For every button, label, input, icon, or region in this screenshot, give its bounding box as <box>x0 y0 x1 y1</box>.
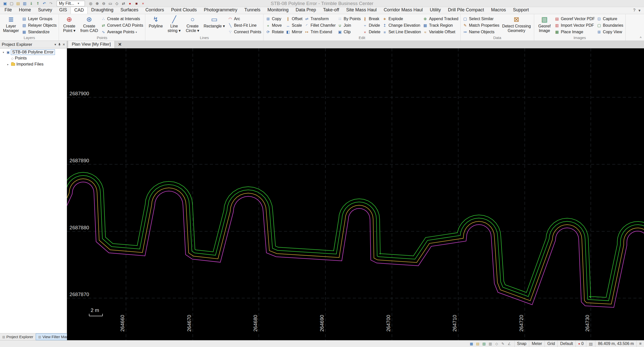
name-objects-button[interactable]: ≔Name Objects <box>463 29 499 35</box>
relayer-objects-button[interactable]: ▧Relayer Objects <box>22 22 57 28</box>
place-image-button[interactable]: ▦Place Image <box>555 29 595 35</box>
menu-tab-home[interactable]: Home <box>15 7 35 14</box>
best-fit-line-button[interactable]: ╲Best-Fit Line <box>228 22 261 28</box>
menu-tab-support[interactable]: Support <box>510 7 532 14</box>
help-icon[interactable]: ? <box>633 8 635 13</box>
match-properties-button[interactable]: ✎Match Properties <box>463 22 499 28</box>
angle-snap-icon[interactable]: ∠ <box>506 342 512 346</box>
import-vector-pdf-button[interactable]: ▥Import Vector PDF <box>555 22 595 28</box>
zoom-out-icon[interactable]: ⊖ <box>101 1 107 6</box>
select-icon[interactable]: ◇ <box>114 1 120 6</box>
join-button[interactable]: ∪Join <box>337 22 361 28</box>
convert-cad-points-button[interactable]: ⇄Convert CAD Points <box>101 22 143 28</box>
by-points-button[interactable]: ∷By Points <box>337 16 361 22</box>
layers-status-icon[interactable]: ▤ <box>475 342 481 346</box>
offset-button[interactable]: ∥Offset <box>286 16 302 22</box>
status-toggle-snap[interactable]: Snap <box>514 340 529 347</box>
copy-view-button[interactable]: ⊞Copy View <box>597 29 623 35</box>
trim-extend-button[interactable]: ↦Trim Extend <box>304 29 336 35</box>
tree-item-project[interactable]: ▾▣STB-08 Polyline Error <box>0 49 67 55</box>
track-region-button[interactable]: ▦Track Region <box>423 22 458 28</box>
undo-icon[interactable]: ↶ <box>41 1 47 6</box>
tree-expander-icon[interactable]: ▸ <box>6 63 10 66</box>
menu-tab-site-mass-haul[interactable]: Site Mass Haul <box>343 7 380 14</box>
open-project-icon[interactable]: ▤ <box>15 1 21 6</box>
georef-image-button[interactable]: ▧Georef Image <box>536 15 553 36</box>
status-toggle-grid[interactable]: Grid <box>545 340 557 347</box>
close-view-icon[interactable]: ✕ <box>117 42 123 47</box>
menu-tab-drill-pile-compact[interactable]: Drill Pile Compact <box>445 7 488 14</box>
clip-button[interactable]: ▣Clip <box>337 29 361 35</box>
menu-tab-monitoring[interactable]: Monitoring <box>264 7 292 14</box>
scale-button[interactable]: ↔Scale <box>286 22 302 28</box>
doc-tab-plan-view[interactable]: Plan View [My Filter] <box>68 41 115 48</box>
close-icon[interactable]: × <box>63 42 65 47</box>
status-counter[interactable]: ●0 <box>575 340 586 347</box>
record-icon[interactable]: ● <box>127 1 133 6</box>
tree-expander-icon[interactable]: ▾ <box>2 51 5 54</box>
capture-button[interactable]: ⊡Capture <box>597 16 623 22</box>
redo-icon[interactable]: ↷ <box>48 1 54 6</box>
menu-tab-cad[interactable]: CAD <box>71 7 88 14</box>
append-tracked-button[interactable]: ⊕Append Tracked <box>423 16 458 22</box>
menu-tab-surfaces[interactable]: Surfaces <box>117 7 142 14</box>
detect-crossing-geometry-button[interactable]: ⊠Detect Crossing Geometry <box>501 15 532 36</box>
pin-icon[interactable] <box>58 43 61 46</box>
stop-icon[interactable]: ■ <box>133 1 140 6</box>
rectangle-button[interactable]: ▭Rectangle ▾ <box>202 15 226 36</box>
offset-line-yellow[interactable] <box>67 179 644 320</box>
select-similar-button[interactable]: ▢Select Similar <box>463 16 499 22</box>
create-point-button[interactable]: ⊕Create Point ▾ <box>61 15 78 36</box>
menu-tab-draughting[interactable]: Draughting <box>88 7 117 14</box>
resize-grip-icon[interactable]: ≡ <box>636 340 644 347</box>
menu-tab-corridors[interactable]: Corridors <box>142 7 167 14</box>
zoom-in-icon[interactable]: ⊕ <box>94 1 100 6</box>
snap-mode-icon[interactable]: ◇ <box>494 342 499 346</box>
copy-button[interactable]: ⊞Copy <box>265 16 284 22</box>
new-project-icon[interactable]: ▢ <box>9 1 15 6</box>
gradient-status-icon[interactable]: ▥ <box>488 342 493 346</box>
menu-tab-macros[interactable]: Macros <box>488 7 510 14</box>
view-filter-status-icon[interactable]: ▦ <box>469 342 474 346</box>
average-points-button[interactable]: ∿Average Points▾ <box>101 29 143 35</box>
tree-item-imported-files[interactable]: ▸Imported Files <box>0 61 67 67</box>
variable-offset-button[interactable]: ≈Variable Offset <box>423 29 458 35</box>
plan-view-canvas[interactable]: 2687900268789026878802687870264660264670… <box>67 48 644 340</box>
cancel-icon[interactable]: × <box>140 1 146 6</box>
menu-tab-tunnels[interactable]: Tunnels <box>241 7 264 14</box>
menu-tab-corridor-mass-haul[interactable]: Corridor Mass Haul <box>380 7 426 14</box>
app-icon[interactable]: ▣ <box>2 1 8 6</box>
arc-button[interactable]: ◠Arc <box>228 16 261 22</box>
zoom-window-icon[interactable]: ▭ <box>107 1 113 6</box>
transform-button[interactable]: ⇌Transform <box>304 16 336 22</box>
draw-snap-icon[interactable]: ✎ <box>500 342 506 346</box>
menu-tab-file[interactable]: File <box>1 7 15 14</box>
panel-menu-icon[interactable]: ▾ <box>54 43 56 46</box>
menu-tab-take-off[interactable]: Take-off <box>320 7 343 14</box>
explode-button[interactable]: ∗Explode <box>382 16 421 22</box>
status-toggle-default[interactable]: Default <box>557 340 575 347</box>
create-circle-button[interactable]: ○Create Circle ▾ <box>184 15 201 36</box>
previous-view-icon[interactable]: ⇄ <box>120 1 126 6</box>
plan-view-svg[interactable]: 2687900268789026878802687870264660264670… <box>67 48 644 340</box>
connect-points-button[interactable]: ∵Connect Points <box>228 29 261 35</box>
collapse-ribbon-icon[interactable]: ^ <box>640 36 641 40</box>
menu-tab-survey[interactable]: Survey <box>35 7 56 14</box>
options-icon[interactable]: ▾ <box>638 8 640 13</box>
line-string-button[interactable]: ╱Line string ▾ <box>166 15 182 36</box>
menu-tab-photogrammetry[interactable]: Photogrammetry <box>200 7 241 14</box>
break-button[interactable]: ∦Break <box>362 16 380 22</box>
delete-button[interactable]: ×Delete <box>362 29 380 35</box>
boundaries-button[interactable]: ▢Boundaries <box>597 22 623 28</box>
polyline-button[interactable]: ↯Polyline <box>147 15 164 36</box>
divide-button[interactable]: ÷Divide <box>362 22 380 28</box>
zoom-extents-icon[interactable]: ◎ <box>88 1 94 6</box>
selection-info-segment[interactable]: ▤ <box>586 340 595 347</box>
set-line-elevation-button[interactable]: ≡Set Line Elevation <box>382 29 421 35</box>
menu-tab-gis[interactable]: GIS <box>56 7 71 14</box>
standardize-button[interactable]: ▦Standardize <box>22 29 57 35</box>
import-icon[interactable]: ⇓ <box>28 1 34 6</box>
change-elevation-button[interactable]: ↥Change Elevation <box>382 22 421 28</box>
export-icon[interactable]: ⇑ <box>35 1 41 6</box>
create-from-cad-button[interactable]: ⊛Create from CAD <box>79 15 99 36</box>
